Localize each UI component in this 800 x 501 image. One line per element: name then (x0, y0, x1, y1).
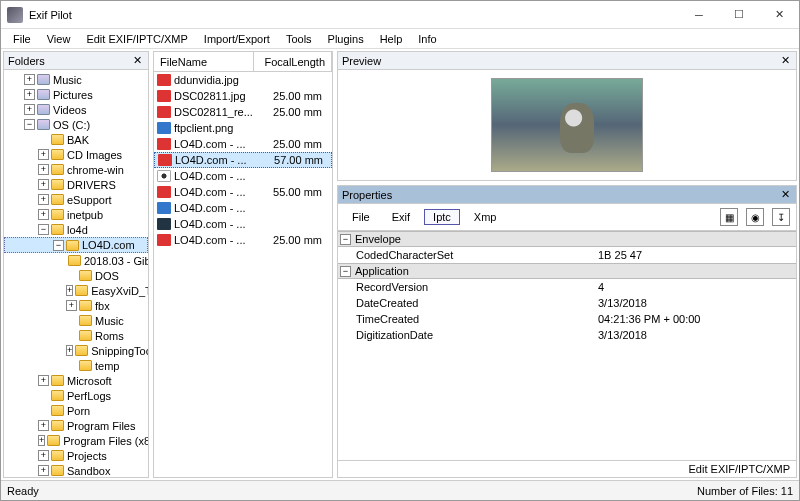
column-filename[interactable]: FileName (154, 52, 254, 71)
tree-label: LO4D.com (82, 239, 135, 251)
tree-row[interactable]: +SnippingTool+ (4, 343, 148, 358)
file-row[interactable]: LO4D.com - ...55.00 mm (154, 184, 332, 200)
tree-row[interactable]: +Program Files (x86) (4, 433, 148, 448)
tree-row[interactable]: temp (4, 358, 148, 373)
tree-row[interactable]: +Sandbox (4, 463, 148, 477)
file-row[interactable]: LO4D.com - ... (154, 216, 332, 232)
properties-tab-exif[interactable]: Exif (384, 210, 418, 224)
filelist-body[interactable]: ddunvidia.jpgDSC02811.jpg25.00 mmDSC0281… (154, 72, 332, 477)
property-row[interactable]: TimeCreated04:21:36 PM + 00:00 (338, 311, 796, 327)
tree-row[interactable]: −OS (C:) (4, 117, 148, 132)
expand-icon[interactable]: + (38, 209, 49, 220)
properties-tab-iptc[interactable]: Iptc (424, 209, 460, 225)
collapse-icon[interactable]: − (24, 119, 35, 130)
close-button[interactable]: ✕ (759, 1, 799, 29)
column-focallength[interactable]: FocalLength (254, 52, 332, 71)
menu-item-edit-exif-iptc-xmp[interactable]: Edit EXIF/IPTC/XMP (78, 31, 195, 47)
collapse-icon[interactable]: − (38, 224, 49, 235)
expand-icon[interactable]: + (38, 435, 45, 446)
properties-pane-close-icon[interactable]: ✕ (778, 188, 792, 201)
preview-pane-close-icon[interactable]: ✕ (778, 54, 792, 67)
tree-row[interactable]: +Videos (4, 102, 148, 117)
expand-icon[interactable]: + (66, 345, 73, 356)
file-row[interactable]: ddunvidia.jpg (154, 72, 332, 88)
expand-icon[interactable]: + (24, 104, 35, 115)
expand-icon[interactable]: + (38, 194, 49, 205)
tree-row[interactable]: −LO4D.com (4, 237, 148, 253)
tree-row[interactable]: +Pictures (4, 87, 148, 102)
expand-icon[interactable]: + (38, 164, 49, 175)
tree-row[interactable]: +CD Images (4, 147, 148, 162)
maximize-button[interactable]: ☐ (719, 1, 759, 29)
file-row[interactable]: LO4D.com - ...25.00 mm (154, 136, 332, 152)
expand-icon[interactable]: + (38, 450, 49, 461)
file-row[interactable]: LO4D.com - ... (154, 168, 332, 184)
menu-item-plugins[interactable]: Plugins (320, 31, 372, 47)
menu-item-import-export[interactable]: Import/Export (196, 31, 278, 47)
tree-row[interactable]: +Projects (4, 448, 148, 463)
property-group[interactable]: −Application (338, 263, 796, 279)
minimize-button[interactable]: ─ (679, 1, 719, 29)
folders-pane-close-icon[interactable]: ✕ (130, 54, 144, 67)
expand-icon[interactable]: + (66, 300, 77, 311)
folder-icon (51, 194, 64, 205)
file-row[interactable]: LO4D.com - ...57.00 mm (154, 152, 332, 168)
menu-item-tools[interactable]: Tools (278, 31, 320, 47)
expand-icon[interactable]: + (38, 179, 49, 190)
tree-spacer (66, 330, 77, 341)
tree-row[interactable]: +Program Files (4, 418, 148, 433)
menu-item-file[interactable]: File (5, 31, 39, 47)
menu-item-help[interactable]: Help (372, 31, 411, 47)
target-icon[interactable]: ◉ (746, 208, 764, 226)
tree-spacer (38, 134, 49, 145)
file-row[interactable]: ftpclient.png (154, 120, 332, 136)
properties-tab-xmp[interactable]: Xmp (466, 210, 505, 224)
tree-row[interactable]: −lo4d (4, 222, 148, 237)
tree-row[interactable]: +Microsoft (4, 373, 148, 388)
tree-row[interactable]: PerfLogs (4, 388, 148, 403)
tree-row[interactable]: DOS (4, 268, 148, 283)
title-bar: Exif Pilot ─ ☐ ✕ (1, 1, 799, 29)
tree-row[interactable]: +inetpub (4, 207, 148, 222)
collapse-icon[interactable]: − (340, 234, 351, 245)
expand-icon[interactable]: + (24, 74, 35, 85)
expand-icon[interactable]: + (66, 285, 73, 296)
tree-row[interactable]: Porn (4, 403, 148, 418)
tree-row[interactable]: Music (4, 313, 148, 328)
file-row[interactable]: LO4D.com - ...25.00 mm (154, 232, 332, 248)
properties-grid[interactable]: −EnvelopeCodedCharacterSet1B 25 47−Appli… (338, 231, 796, 460)
tree-row[interactable]: +EasyXviD_Temp (4, 283, 148, 298)
tree-row[interactable]: +DRIVERS (4, 177, 148, 192)
properties-footer-link[interactable]: Edit EXIF/IPTC/XMP (689, 463, 790, 475)
insert-icon[interactable]: ↧ (772, 208, 790, 226)
grid-icon[interactable]: ▦ (720, 208, 738, 226)
preview-image (491, 78, 643, 172)
expand-icon[interactable]: + (24, 89, 35, 100)
menu-item-view[interactable]: View (39, 31, 79, 47)
menu-item-info[interactable]: Info (410, 31, 444, 47)
property-row[interactable]: DigitizationDate3/13/2018 (338, 327, 796, 343)
tree-row[interactable]: +chrome-win (4, 162, 148, 177)
properties-tab-file[interactable]: File (344, 210, 378, 224)
expand-icon[interactable]: + (38, 375, 49, 386)
collapse-icon[interactable]: − (340, 266, 351, 277)
property-row[interactable]: RecordVersion4 (338, 279, 796, 295)
collapse-icon[interactable]: − (53, 240, 64, 251)
property-group[interactable]: −Envelope (338, 231, 796, 247)
property-row[interactable]: CodedCharacterSet1B 25 47 (338, 247, 796, 263)
expand-icon[interactable]: + (38, 465, 49, 476)
property-row[interactable]: DateCreated3/13/2018 (338, 295, 796, 311)
tree-row[interactable]: BAK (4, 132, 148, 147)
expand-icon[interactable]: + (38, 149, 49, 160)
file-row[interactable]: DSC02811.jpg25.00 mm (154, 88, 332, 104)
tree-row[interactable]: +Music (4, 72, 148, 87)
tree-row[interactable]: +fbx (4, 298, 148, 313)
file-row[interactable]: LO4D.com - ... (154, 200, 332, 216)
folders-tree[interactable]: +Music+Pictures+Videos−OS (C:)BAK+CD Ima… (4, 70, 148, 477)
file-row[interactable]: DSC02811_re...25.00 mm (154, 104, 332, 120)
tree-row[interactable]: +eSupport (4, 192, 148, 207)
tree-label: inetpub (67, 209, 103, 221)
tree-row[interactable]: 2018.03 - Gibral (4, 253, 148, 268)
tree-row[interactable]: Roms (4, 328, 148, 343)
expand-icon[interactable]: + (38, 420, 49, 431)
